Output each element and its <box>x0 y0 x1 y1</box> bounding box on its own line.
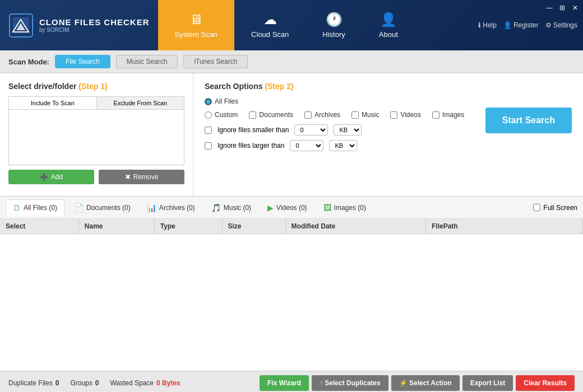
documents-tab-icon: 📄 <box>74 203 84 212</box>
custom-radio-label[interactable]: Custom <box>205 111 238 119</box>
results-tabs: 🗋 All Files (0) 📄 Documents (0) 📊 Archiv… <box>0 197 583 219</box>
fullscreen-checkbox[interactable] <box>533 204 540 211</box>
window-controls: — ⊞ ✕ <box>544 3 580 13</box>
groups-value: 0 <box>95 379 99 387</box>
archives-tab-icon: 📊 <box>147 203 156 212</box>
clear-results-button[interactable]: Clear Results <box>516 375 575 391</box>
images-checkbox[interactable] <box>432 111 439 119</box>
close-button[interactable]: ✕ <box>570 3 580 13</box>
settings-label: Settings <box>553 21 577 29</box>
cloud-scan-icon: ☁ <box>263 12 277 27</box>
result-tab-music[interactable]: 🎵 Music (0) <box>205 200 258 216</box>
include-tab[interactable]: Include To Scan <box>9 97 97 109</box>
nav-tab-system-scan-label: System Scan <box>175 30 218 39</box>
register-icon: 👤 <box>503 21 512 29</box>
logo-area: CLONE FILES CHECKER by SORCIM <box>0 13 158 38</box>
scan-mode-bar: Scan Mode: File Search Music Search iTun… <box>0 50 583 73</box>
left-panel-step: (Step 1) <box>78 82 107 91</box>
remove-label: Remove <box>133 173 159 181</box>
filter-smaller-checkbox[interactable] <box>205 127 212 134</box>
result-tab-images-label: Images (0) <box>334 204 366 212</box>
groups-stat: Groups 0 <box>70 379 99 387</box>
scan-mode-tab-itunes-search[interactable]: iTunes Search <box>183 55 248 68</box>
nav-tab-about[interactable]: 👤 About <box>362 0 415 50</box>
archives-checkbox[interactable] <box>304 111 312 119</box>
minimize-button[interactable]: — <box>544 3 554 13</box>
filter-smaller-label: Ignore files smaller than <box>218 126 289 134</box>
wasted-space-value: 0 Bytes <box>156 379 181 387</box>
system-scan-icon: 🖥 <box>189 12 203 27</box>
col-name: Name <box>78 219 154 234</box>
all-files-radio-label[interactable]: All Files <box>205 97 238 105</box>
all-files-tab-icon: 🗋 <box>13 203 21 212</box>
result-tab-videos[interactable]: ▶ Videos (0) <box>261 200 313 216</box>
filter-smaller-value[interactable]: 0110100 <box>294 124 328 136</box>
remove-icon: ✖ <box>125 173 131 181</box>
videos-checkbox[interactable] <box>390 111 397 119</box>
images-label: Images <box>442 111 464 119</box>
result-tab-videos-label: Videos (0) <box>276 204 307 212</box>
help-link[interactable]: ℹ Help <box>478 21 497 29</box>
filter-smaller-row: Ignore files smaller than 0110100 KBMBGB <box>205 124 362 136</box>
fix-wizard-button[interactable]: Fix Wizard <box>260 375 309 391</box>
nav-tab-history-label: History <box>322 30 345 39</box>
images-check-label[interactable]: Images <box>432 111 464 119</box>
nav-tab-history[interactable]: 🕐 History <box>306 0 362 50</box>
status-buttons: Fix Wizard ↑ Select Duplicates ⚡ Select … <box>260 375 575 391</box>
nav-tab-system-scan[interactable]: 🖥 System Scan <box>158 0 235 50</box>
scan-mode-tab-music-search[interactable]: Music Search <box>116 55 178 68</box>
scan-mode-tab-file-search[interactable]: File Search <box>55 55 110 68</box>
col-type: Type <box>154 219 222 234</box>
main-content: Select drive/folder (Step 1) Include To … <box>0 73 583 197</box>
result-tab-images[interactable]: 🖼 Images (0) <box>317 200 373 216</box>
result-tab-archives-label: Archives (0) <box>159 204 195 212</box>
search-options-text: Search Options <box>205 82 262 91</box>
filter-larger-label: Ignore files larger than <box>218 142 284 150</box>
export-list-button[interactable]: Export List <box>462 375 513 391</box>
result-tab-music-label: Music (0) <box>224 204 251 212</box>
music-checkbox[interactable] <box>351 111 359 119</box>
custom-radio[interactable] <box>205 111 212 119</box>
archives-label: Archives <box>314 111 340 119</box>
all-files-radio[interactable] <box>205 98 212 105</box>
start-search-button[interactable]: Start Search <box>485 108 572 133</box>
videos-tab-icon: ▶ <box>267 203 274 212</box>
result-tab-all-files[interactable]: 🗋 All Files (0) <box>6 199 64 216</box>
app-title: CLONE FILES CHECKER <box>39 17 150 27</box>
app-logo-icon <box>8 13 34 38</box>
col-modified: Modified Date <box>285 219 425 234</box>
app-subtitle: by SORCIM <box>39 27 150 33</box>
scan-mode-label: Scan Mode: <box>8 58 49 66</box>
select-action-button[interactable]: ⚡ Select Action <box>391 375 460 391</box>
select-duplicates-button[interactable]: ↑ Select Duplicates <box>312 375 388 391</box>
remove-button[interactable]: ✖ Remove <box>99 170 184 184</box>
nav-tab-cloud-scan[interactable]: ☁ Cloud Scan <box>234 0 306 50</box>
duplicate-files-stat: Duplicate Files 0 <box>8 379 59 387</box>
groups-label: Groups <box>70 379 92 387</box>
filter-larger-checkbox[interactable] <box>205 142 212 150</box>
settings-link[interactable]: ⚙ Settings <box>545 21 577 29</box>
documents-check-label[interactable]: Documents <box>249 111 293 119</box>
music-check-label[interactable]: Music <box>351 111 379 119</box>
exclude-tab[interactable]: Exclude From Scan <box>97 97 184 109</box>
filter-smaller-unit[interactable]: KBMBGB <box>334 124 362 136</box>
filter-larger-value[interactable]: 0110100 <box>290 140 323 151</box>
videos-check-label[interactable]: Videos <box>390 111 420 119</box>
add-button[interactable]: ➕ Add <box>8 170 94 184</box>
add-icon: ➕ <box>40 173 48 181</box>
register-link[interactable]: 👤 Register <box>503 21 539 29</box>
nav-tab-about-label: About <box>379 30 398 39</box>
result-tab-documents[interactable]: 📄 Documents (0) <box>67 200 137 216</box>
maximize-button[interactable]: ⊞ <box>557 3 567 13</box>
music-tab-icon: 🎵 <box>211 203 221 212</box>
archives-check-label[interactable]: Archives <box>304 111 340 119</box>
duplicate-files-value: 0 <box>55 379 59 387</box>
register-label: Register <box>513 21 539 29</box>
filter-larger-unit[interactable]: KBMBGB <box>329 140 357 151</box>
folder-actions: ➕ Add ✖ Remove <box>8 170 184 184</box>
history-icon: 🕐 <box>326 12 343 27</box>
documents-checkbox[interactable] <box>249 111 256 119</box>
add-label: Add <box>51 173 63 181</box>
left-panel: Select drive/folder (Step 1) Include To … <box>0 73 193 196</box>
result-tab-archives[interactable]: 📊 Archives (0) <box>140 200 202 216</box>
